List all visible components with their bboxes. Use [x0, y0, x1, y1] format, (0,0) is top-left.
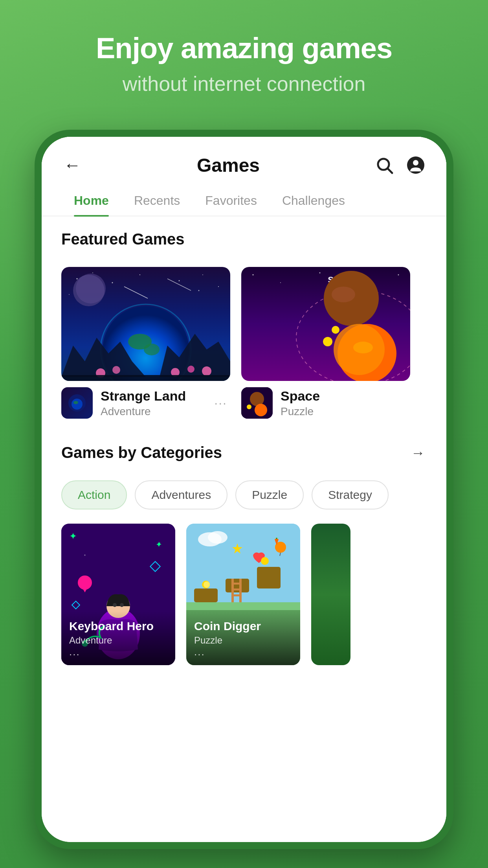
page-title: Games — [83, 154, 373, 176]
svg-point-6 — [112, 282, 113, 283]
svg-point-76 — [204, 581, 210, 588]
search-icon — [375, 156, 394, 175]
svg-point-5 — [92, 272, 93, 273]
keyboard-hero-more-button[interactable]: ··· — [69, 648, 167, 660]
keyboard-hero-title: Keyboard Hero — [69, 619, 167, 633]
svg-line-15 — [124, 287, 148, 298]
space-food-bg: spa — [241, 267, 410, 381]
header: ← Games — [42, 137, 446, 184]
account-button[interactable] — [405, 154, 427, 176]
space-food-image: spa — [241, 267, 410, 381]
categories-chips: Action Adventures Puzzle Strategy — [42, 480, 446, 517]
svg-point-19 — [144, 344, 160, 355]
featured-card-strange-land[interactable]: Strange Land Adventure ··· — [61, 267, 230, 422]
hero-title: Enjoy amazing games — [24, 31, 464, 65]
svg-point-57 — [120, 603, 124, 607]
svg-point-38 — [332, 287, 355, 302]
back-button[interactable]: ← — [61, 154, 83, 176]
space-genre: Puzzle — [281, 405, 410, 418]
svg-text:✦: ✦ — [156, 540, 162, 549]
svg-point-51 — [84, 555, 86, 556]
header-icons — [373, 154, 427, 176]
tab-home[interactable]: Home — [61, 184, 121, 216]
svg-point-9 — [202, 274, 203, 275]
svg-point-46 — [255, 404, 267, 416]
svg-point-22 — [112, 366, 120, 374]
featured-section: Featured Games — [42, 216, 446, 267]
phone-frame: ← Games — [35, 130, 453, 849]
categories-arrow-button[interactable]: → — [409, 444, 427, 462]
category-adventures[interactable]: Adventures — [135, 480, 227, 509]
third-card-bg — [311, 524, 350, 665]
app-content: ← Games — [42, 137, 446, 842]
back-icon: ← — [64, 155, 81, 175]
category-action[interactable]: Action — [61, 480, 127, 509]
tab-challenges[interactable]: Challenges — [270, 184, 358, 216]
svg-rect-26 — [61, 375, 230, 381]
space-name: Space — [281, 388, 410, 404]
featured-title: Featured Games — [61, 230, 184, 248]
svg-point-14 — [76, 274, 106, 303]
svg-point-4 — [77, 278, 78, 280]
svg-point-64 — [208, 531, 227, 544]
coin-digger-title: Coin Digger — [194, 619, 292, 633]
category-puzzle[interactable]: Puzzle — [235, 480, 304, 509]
coin-digger-more-button[interactable]: ··· — [194, 648, 292, 660]
search-button[interactable] — [373, 154, 395, 176]
space-card-info: Space Puzzle — [241, 381, 410, 422]
coin-digger-image: Coin Digger Puzzle ··· — [186, 524, 300, 665]
categories-section: Games by Categories → — [42, 430, 446, 480]
third-card-image — [311, 524, 350, 665]
featured-scroll[interactable]: Strange Land Adventure ··· — [42, 267, 446, 430]
hero-subtitle: without internet connection — [24, 72, 464, 96]
svg-point-7 — [139, 274, 140, 275]
strange-land-thumb — [61, 387, 93, 419]
svg-point-10 — [218, 286, 219, 287]
svg-point-77 — [261, 557, 269, 565]
categories-title: Games by Categories — [61, 444, 222, 462]
strange-land-info: Strange Land Adventure ··· — [61, 381, 230, 422]
svg-point-32 — [319, 272, 321, 274]
strange-land-bg — [61, 267, 230, 381]
svg-point-3 — [413, 160, 418, 166]
svg-point-56 — [113, 603, 117, 607]
svg-point-41 — [353, 342, 373, 353]
svg-rect-67 — [194, 588, 218, 602]
phone-screen: ← Games — [42, 137, 446, 842]
tab-recents[interactable]: Recents — [121, 184, 193, 216]
svg-text:✦: ✦ — [69, 531, 77, 541]
svg-point-42 — [323, 337, 332, 346]
svg-rect-69 — [257, 567, 281, 588]
svg-point-29 — [73, 401, 78, 404]
game-card-keyboard-hero[interactable]: ✦ ✦ — [61, 524, 175, 665]
svg-point-12 — [198, 290, 200, 291]
game-card-third[interactable] — [311, 524, 350, 665]
tab-bar: Home Recents Favorites Challenges — [42, 184, 446, 216]
svg-point-43 — [332, 326, 339, 334]
strange-land-more-button[interactable]: ··· — [211, 393, 230, 414]
svg-rect-73 — [231, 588, 242, 590]
svg-rect-72 — [231, 583, 242, 585]
svg-line-1 — [388, 169, 392, 173]
category-games-grid: ✦ ✦ — [42, 517, 446, 665]
svg-point-30 — [253, 274, 254, 276]
hero-section: Enjoy amazing games without internet con… — [0, 31, 488, 96]
space-game-info: Space Puzzle — [281, 388, 410, 418]
svg-point-47 — [247, 405, 251, 409]
strange-land-game-info: Strange Land Adventure — [101, 388, 203, 418]
category-strategy[interactable]: Strategy — [312, 480, 389, 509]
coin-digger-genre: Puzzle — [194, 635, 292, 646]
tab-favorites[interactable]: Favorites — [193, 184, 270, 216]
strange-land-genre: Adventure — [101, 405, 203, 418]
space-thumb — [241, 387, 273, 419]
game-card-coin-digger[interactable]: Coin Digger Puzzle ··· — [186, 524, 300, 665]
strange-land-image — [61, 267, 230, 381]
keyboard-hero-overlay: Keyboard Hero Adventure ··· — [61, 611, 175, 665]
featured-card-space[interactable]: spa — [241, 267, 410, 422]
keyboard-hero-image: ✦ ✦ — [61, 524, 175, 665]
svg-point-8 — [179, 280, 180, 281]
featured-header: Featured Games — [61, 230, 427, 248]
svg-point-34 — [398, 274, 399, 276]
coin-digger-overlay: Coin Digger Puzzle ··· — [186, 611, 300, 665]
svg-rect-74 — [231, 594, 242, 596]
